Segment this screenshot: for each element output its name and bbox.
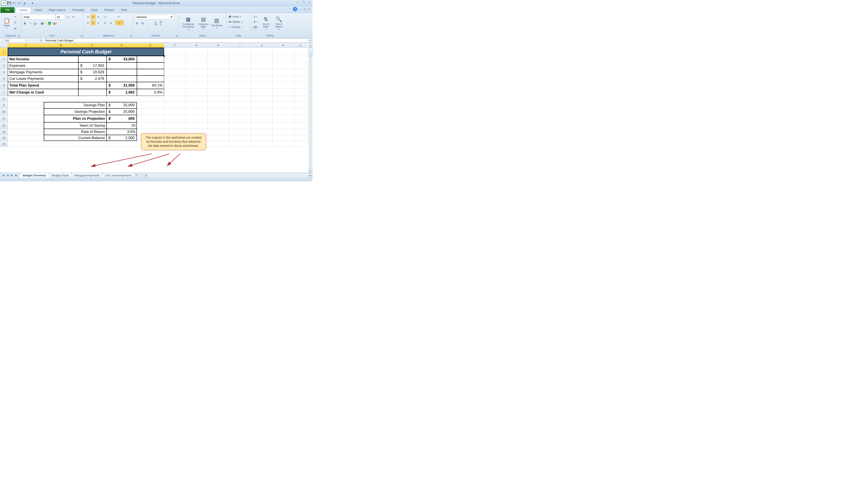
cell-B8[interactable]: [44, 96, 78, 102]
number-format-select[interactable]: General▾: [135, 14, 174, 20]
label-rate-return[interactable]: Rate of Return: [44, 129, 106, 135]
cell-K3[interactable]: [272, 62, 294, 69]
cell-F7[interactable]: [164, 89, 186, 96]
format-as-table-button[interactable]: ▤ Format as Table▾: [197, 14, 210, 33]
font-dialog-launcher[interactable]: ◢: [81, 34, 82, 37]
insert-cells-button[interactable]: ➕Insert: [228, 14, 241, 19]
cell-styles-button[interactable]: ▧ Cell Styles▾: [211, 14, 222, 33]
vertical-scrollbar[interactable]: ▲ ▼: [309, 43, 312, 172]
cell-G7[interactable]: [186, 89, 207, 96]
cell-D5[interactable]: [106, 75, 137, 82]
align-top-button[interactable]: ≡: [85, 14, 90, 19]
cell-L15[interactable]: [294, 141, 307, 147]
cell-J3[interactable]: [251, 62, 272, 69]
doc-minimize-button[interactable]: —: [299, 8, 302, 11]
cell-J5[interactable]: [251, 75, 272, 82]
column-header-G[interactable]: G: [186, 43, 207, 48]
excel-icon[interactable]: X: [1, 1, 6, 6]
cell-H10[interactable]: [207, 108, 229, 115]
row-header-12[interactable]: 12: [0, 122, 8, 129]
value-years-saving[interactable]: 10: [106, 122, 137, 129]
column-header-D[interactable]: D: [106, 43, 137, 48]
cell-F2[interactable]: [164, 56, 186, 62]
column-header-J[interactable]: J: [251, 43, 272, 48]
cell-A11[interactable]: [8, 115, 44, 122]
column-header-K[interactable]: K: [272, 43, 294, 48]
cell-C8[interactable]: [78, 96, 106, 102]
cell-E12[interactable]: [137, 122, 164, 129]
cell-I1[interactable]: [229, 48, 251, 56]
cell-E9[interactable]: [137, 102, 164, 108]
wrap-text-button[interactable]: ↩: [115, 14, 122, 19]
cell-I2[interactable]: [229, 56, 251, 62]
help-icon[interactable]: ?: [293, 7, 297, 11]
cell-A9[interactable]: [8, 102, 44, 108]
cell-L7[interactable]: [294, 89, 307, 96]
cell-D3[interactable]: [106, 62, 137, 69]
cell-K7[interactable]: [272, 89, 294, 96]
cell-K4[interactable]: [272, 69, 294, 75]
row-header-8[interactable]: 8: [0, 96, 8, 102]
copy-button[interactable]: ⎘: [13, 20, 18, 25]
cell-H12[interactable]: [207, 122, 229, 129]
cell-I4[interactable]: [229, 69, 251, 75]
last-sheet-button[interactable]: ▶|: [14, 174, 18, 177]
label-net-income[interactable]: Net Income: [8, 56, 78, 62]
cell-K10[interactable]: [272, 108, 294, 115]
cell-G6[interactable]: [186, 82, 207, 89]
minimize-button[interactable]: —: [296, 1, 300, 4]
worksheet-grid[interactable]: ABCDEFGHIJKL 123456789101112131415 Perso…: [0, 43, 312, 167]
label-savings-plan[interactable]: Savings Plan: [44, 102, 106, 108]
expand-formula-bar[interactable]: ▾: [309, 39, 312, 43]
row-header-9[interactable]: 9: [0, 102, 8, 108]
column-header-E[interactable]: E: [137, 43, 164, 48]
cell-H11[interactable]: [207, 115, 229, 122]
cell-J14[interactable]: [251, 135, 272, 141]
cell-K11[interactable]: [272, 115, 294, 122]
cell-I13[interactable]: [229, 129, 251, 135]
cell-D8[interactable]: [106, 96, 137, 102]
label-savings-proj[interactable]: Savings Projection: [44, 108, 106, 115]
cell-C6[interactable]: [78, 82, 106, 89]
orientation-button[interactable]: ⤡: [103, 14, 107, 19]
select-all-corner[interactable]: [0, 43, 8, 48]
cell-L1[interactable]: [294, 48, 307, 56]
cell-F12[interactable]: [164, 122, 186, 129]
row-header-10[interactable]: 10: [0, 108, 8, 115]
redo-button[interactable]: ↷: [17, 1, 22, 6]
value-rate-return[interactable]: 3.5%: [106, 129, 137, 135]
clear-button[interactable]: ⌫: [252, 25, 259, 30]
cell-I12[interactable]: [229, 122, 251, 129]
cell-L9[interactable]: [294, 102, 307, 108]
delete-cells-button[interactable]: ➖Delete: [228, 20, 242, 24]
cell-L3[interactable]: [294, 62, 307, 69]
cut-button[interactable]: ✂: [13, 14, 18, 19]
merge-center-button[interactable]: ⇔: [115, 20, 124, 25]
comma-button[interactable]: ,: [145, 21, 150, 25]
cell-I11[interactable]: [229, 115, 251, 122]
ribbon-tab-formulas[interactable]: Formulas: [69, 7, 88, 13]
cell-G8[interactable]: [186, 96, 207, 102]
font-name-select[interactable]: [23, 14, 55, 20]
cell-H6[interactable]: [207, 82, 229, 89]
paste-button[interactable]: 📋 Paste ▾: [2, 14, 12, 33]
value-net-change[interactable]: $1,942: [106, 89, 137, 96]
cell-L10[interactable]: [294, 108, 307, 115]
cell-J1[interactable]: [251, 48, 272, 56]
cell-K8[interactable]: [272, 96, 294, 102]
cell-E2[interactable]: [137, 56, 164, 62]
cell-F4[interactable]: [164, 69, 186, 75]
scroll-right-button[interactable]: ▶: [309, 174, 312, 177]
column-header-I[interactable]: I: [229, 43, 251, 48]
cell-A15[interactable]: [8, 141, 44, 147]
row-header-14[interactable]: 14: [0, 135, 8, 141]
cell-A12[interactable]: [8, 122, 44, 129]
align-center-button[interactable]: ≡: [91, 20, 95, 25]
print-button[interactable]: 🖨: [22, 1, 27, 6]
value-current-balance[interactable]: $2,000: [106, 135, 137, 141]
cell-J4[interactable]: [251, 69, 272, 75]
cell-E8[interactable]: [137, 96, 164, 102]
cell-G2[interactable]: [186, 56, 207, 62]
row-header-13[interactable]: 13: [0, 129, 8, 135]
cell-L11[interactable]: [294, 115, 307, 122]
